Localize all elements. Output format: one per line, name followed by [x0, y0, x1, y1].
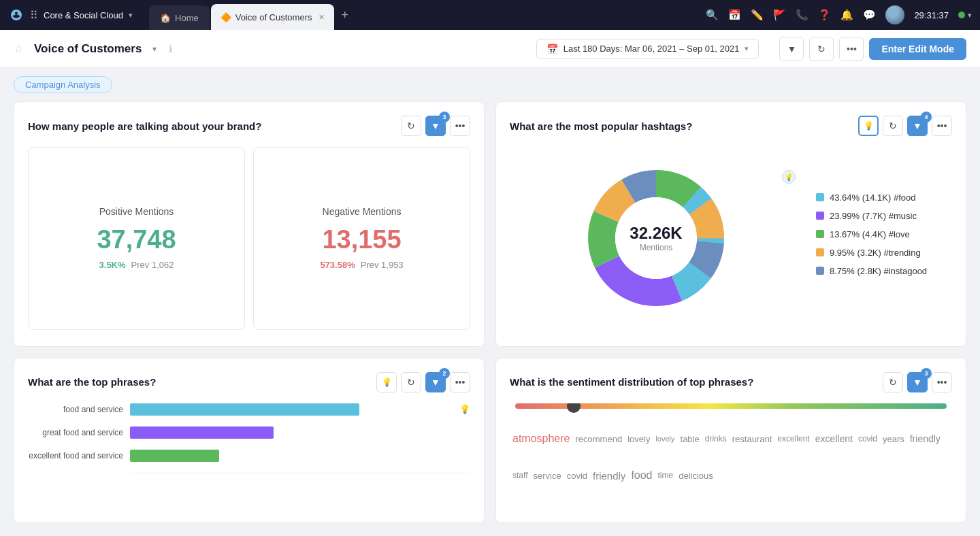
positive-percent: 3.5K% — [99, 260, 126, 270]
phrases-actions: 💡 ↻ ▼ 2 ••• — [376, 372, 470, 392]
word-excellent-1[interactable]: excellent — [777, 434, 809, 443]
word-drinks[interactable]: drinks — [705, 434, 727, 443]
help-action-icon[interactable]: ❓ — [818, 9, 831, 21]
phrase-row-3: excellent food and service 💡 — [28, 450, 470, 462]
phrases-more-button[interactable]: ••• — [450, 372, 470, 392]
edit-mode-button[interactable]: Enter Edit Mode — [869, 38, 966, 60]
word-cloud: atmosphere recommend lovely lovely table… — [510, 420, 952, 496]
word-recommend[interactable]: recommend — [576, 434, 623, 444]
tab-voc-close[interactable]: ✕ — [318, 13, 325, 22]
mentions-refresh-button[interactable]: ↻ — [401, 116, 421, 136]
tab-home-label: Home — [175, 13, 199, 23]
hashtags-refresh-button[interactable]: ↻ — [883, 116, 903, 136]
phrase-tip-icon-1[interactable]: 💡 — [459, 404, 470, 414]
tab-home[interactable]: 🏠 Home — [149, 5, 210, 30]
filter-button[interactable]: ▼ — [779, 37, 804, 61]
sentiment-slider-track[interactable] — [515, 403, 947, 409]
edit-action-icon[interactable]: ✏️ — [751, 9, 764, 21]
word-lovely-2[interactable]: lovely — [655, 435, 674, 443]
legend-dot-instagood — [816, 267, 824, 275]
hashtags-widget: What are the most popular hashtags? 💡 ↻ … — [495, 101, 966, 347]
tab-home-icon: 🏠 — [160, 13, 171, 23]
sentiment-slider-row — [510, 403, 952, 409]
positive-prev: Prev 1,062 — [131, 260, 174, 270]
word-table[interactable]: table — [681, 434, 700, 444]
phrase-bar-3 — [130, 450, 219, 462]
sentiment-refresh-button[interactable]: ↻ — [883, 372, 903, 392]
hashtags-view-button[interactable]: 💡 — [858, 116, 879, 136]
tab-voice-of-customers[interactable]: 🔶 Voice of Customers ✕ — [211, 4, 335, 30]
chat-action-icon[interactable]: 💬 — [863, 9, 876, 21]
title-chevron-icon[interactable]: ▾ — [152, 44, 157, 54]
mentions-actions: ↻ ▼ 3 ••• — [401, 116, 470, 136]
mentions-more-button[interactable]: ••• — [450, 116, 470, 136]
more-options-button[interactable]: ••• — [839, 37, 864, 61]
phrases-content: food and service 💡 great food and servic… — [28, 403, 470, 507]
phrases-header: What are the top phrases? 💡 ↻ ▼ 2 ••• — [28, 372, 470, 392]
bell-action-icon[interactable]: 🔔 — [840, 9, 853, 21]
new-tab-button[interactable]: + — [336, 5, 354, 25]
word-covid-2[interactable]: covid — [567, 471, 587, 481]
negative-percent: 573.58% — [320, 260, 355, 270]
legend-music: 23.99% (7.7K) #music — [816, 211, 952, 221]
sentiment-more-button[interactable]: ••• — [932, 372, 952, 392]
negative-mentions-value: 13,155 — [322, 225, 401, 254]
legend-instagood: 8.75% (2.8K) #instagood — [816, 266, 952, 276]
flag-action-icon[interactable]: 🚩 — [773, 9, 786, 21]
mentions-widget: How many people are talking about your b… — [14, 101, 485, 347]
campaign-analysis-tag[interactable]: Campaign Analysis — [14, 76, 112, 93]
phrase-tip-icon-3: 💡 — [459, 450, 470, 460]
search-action-icon[interactable]: 🔍 — [706, 9, 719, 21]
word-years[interactable]: years — [883, 434, 904, 444]
word-staff[interactable]: staff — [512, 471, 527, 480]
app-header: ☆ Voice of Customers ▾ ℹ 📅 Last 180 Days… — [0, 30, 980, 68]
phone-action-icon[interactable]: 📞 — [796, 9, 808, 21]
mentions-title: How many people are talking about your b… — [28, 120, 401, 132]
word-time[interactable]: time — [658, 471, 674, 480]
calendar-action-icon[interactable]: 📅 — [728, 9, 741, 21]
info-icon[interactable]: ℹ — [169, 43, 173, 55]
sentiment-actions: ↻ ▼ 3 ••• — [883, 372, 952, 392]
hashtags-header: What are the most popular hashtags? 💡 ↻ … — [510, 116, 952, 136]
word-covid-1[interactable]: covid — [858, 434, 877, 443]
browser-time: 29:31:37 — [914, 10, 949, 20]
donut-center-label: Mentions — [630, 243, 682, 252]
phrase-axis — [130, 473, 470, 473]
word-excellent-2[interactable]: excellent — [815, 433, 853, 444]
word-food[interactable]: food — [631, 469, 652, 482]
phrases-title: What are the top phrases? — [28, 376, 376, 388]
positive-mentions-label: Positive Mentions — [99, 206, 174, 217]
word-lovely-1[interactable]: lovely — [627, 434, 650, 444]
phrase-label-2: great food and service — [28, 428, 123, 437]
hashtags-actions: 💡 ↻ ▼ 4 ••• — [858, 116, 952, 136]
tab-voc-icon: 🔶 — [220, 12, 231, 22]
phrases-refresh-button[interactable]: ↻ — [401, 372, 421, 392]
sentiment-filter-badge: 3 — [921, 368, 932, 379]
word-friendly-1[interactable]: friendly — [910, 433, 941, 444]
apps-grid-icon[interactable]: ⠿ — [30, 9, 38, 22]
phrases-view-button[interactable]: 💡 — [376, 372, 397, 392]
word-friendly-2[interactable]: friendly — [593, 470, 625, 482]
sentiment-filter-wrapper: ▼ 3 — [907, 372, 928, 392]
donut-chart-wrapper: 32.26K Mentions 💡 — [510, 163, 802, 313]
date-range-picker[interactable]: 📅 Last 180 Days: Mar 06, 2021 – Sep 01, … — [536, 39, 760, 59]
word-service[interactable]: service — [533, 471, 561, 481]
slider-thumb[interactable] — [567, 403, 581, 413]
user-avatar[interactable] — [885, 5, 904, 24]
refresh-button[interactable]: ↻ — [809, 37, 834, 61]
status-indicator: ▾ — [958, 11, 972, 20]
chart-tip-icon[interactable]: 💡 — [782, 170, 796, 184]
word-restaurant[interactable]: restaurant — [732, 434, 772, 444]
hashtags-more-button[interactable]: ••• — [932, 116, 952, 136]
hashtags-title: What are the most popular hashtags? — [510, 120, 858, 132]
favorite-star-icon[interactable]: ☆ — [14, 42, 23, 55]
date-chevron-icon: ▾ — [745, 44, 749, 53]
legend-dot-trending — [816, 248, 824, 256]
donut-legend: 43.64% (14.1K) #food 23.99% (7.7K) #musi… — [816, 192, 952, 284]
positive-mentions-card: Positive Mentions 37,748 3.5K% Prev 1,06… — [28, 147, 245, 330]
word-delicious[interactable]: delicious — [679, 471, 713, 481]
sentiment-header: What is the sentiment distribution of to… — [510, 372, 952, 392]
app-chevron[interactable]: ▾ — [129, 11, 133, 20]
phrase-bar-container-2 — [130, 426, 448, 439]
word-atmosphere[interactable]: atmosphere — [512, 433, 570, 445]
